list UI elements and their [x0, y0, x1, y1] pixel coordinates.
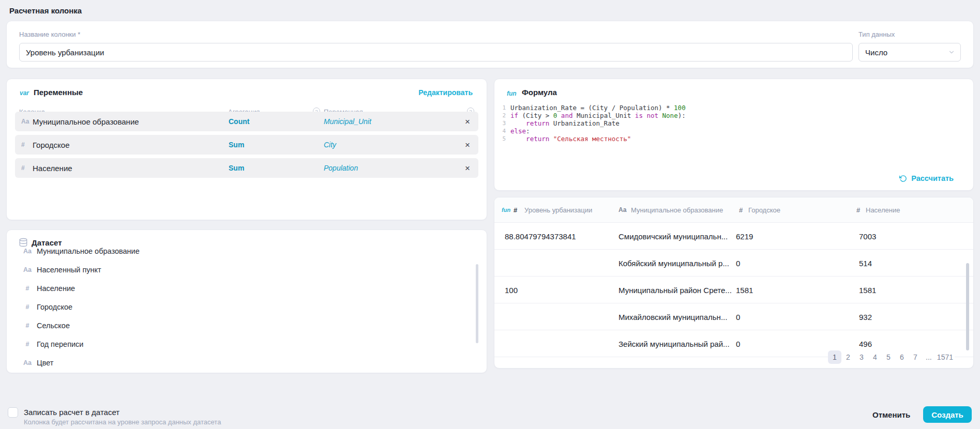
- cell-unit: Муниципальный район Срете...: [619, 285, 732, 294]
- text-type-icon: Aa: [21, 266, 34, 273]
- text-type-icon: Aa: [21, 248, 34, 255]
- text-type-icon: Aa: [21, 359, 34, 366]
- preview-col-unit: Муниципальное образование: [631, 206, 723, 214]
- page-button[interactable]: 4: [868, 350, 882, 364]
- line-number: 5: [494, 135, 506, 142]
- dataset-field[interactable]: Aa Населенный пункт: [7, 261, 487, 279]
- table-row: Михайловский муниципальн... 0 932: [494, 303, 973, 330]
- cell-unit: Зейский муниципальный рай...: [619, 339, 730, 348]
- number-type-icon: #: [21, 322, 34, 329]
- refresh-icon: [899, 175, 907, 182]
- page-button[interactable]: 1571: [936, 350, 955, 364]
- calculate-button[interactable]: Рассчитать: [899, 174, 954, 182]
- variables-title: Переменные: [34, 88, 83, 97]
- cell-population: 932: [859, 312, 872, 321]
- number-type-icon: #: [739, 206, 743, 214]
- aggregation-value[interactable]: Count: [229, 117, 249, 126]
- cell-calc: 100: [505, 285, 518, 294]
- variable-name[interactable]: City: [324, 141, 336, 149]
- remove-variable-icon[interactable]: ×: [465, 164, 470, 173]
- page-button[interactable]: 6: [895, 350, 909, 364]
- line-number: 2: [494, 112, 506, 119]
- cancel-button[interactable]: Отменить: [868, 406, 914, 423]
- line-number: 4: [494, 128, 506, 134]
- dataset-field[interactable]: Aa Муниципальное образование: [7, 246, 487, 261]
- code-line: 5 return "Сельская местность": [494, 135, 963, 143]
- dataset-list: Aa Муниципальное образование Aa Населенн…: [7, 246, 487, 370]
- preview-scrollbar[interactable]: [966, 263, 969, 350]
- column-settings-card: Название колонки * Тип данных Число: [6, 21, 974, 68]
- preview-table-header: fun # Уровень урбанизации Aa Муниципальн…: [494, 197, 973, 223]
- number-type-icon: #: [21, 164, 25, 172]
- preview-col-calc: Уровень урбанизации: [524, 206, 592, 214]
- formula-code-editor[interactable]: 1 Urbanization_Rate = (City / Population…: [494, 104, 963, 143]
- dataset-field-label: Муниципальное образование: [37, 247, 140, 255]
- cell-calc: 88.80479794373841: [505, 232, 576, 240]
- table-row: 88.80479794373841 Смидовичский муниципал…: [494, 223, 973, 250]
- cell-unit: Кобяйский муниципальный р...: [619, 258, 729, 267]
- page-button[interactable]: 5: [882, 350, 895, 364]
- cell-city: 0: [736, 339, 740, 348]
- dataset-field[interactable]: # Городское: [7, 298, 487, 316]
- remove-variable-icon[interactable]: ×: [465, 141, 470, 149]
- cell-population: 496: [859, 339, 872, 348]
- cell-unit: Михайловский муниципальн...: [619, 312, 727, 321]
- formula-title: Формула: [522, 88, 557, 97]
- number-type-icon: #: [21, 141, 25, 148]
- page-title: Расчетная колонка: [9, 6, 82, 15]
- line-number: 1: [494, 104, 506, 111]
- variable-name[interactable]: Municipal_Unit: [324, 117, 371, 126]
- pagination-ellipsis: ...: [922, 350, 936, 364]
- page-button[interactable]: 3: [855, 350, 868, 364]
- create-button[interactable]: Создать: [923, 406, 972, 423]
- dataset-field[interactable]: Aa Цвет: [7, 354, 487, 370]
- variable-row: # Городское Sum City ×: [15, 135, 478, 155]
- cell-city: 1581: [736, 285, 753, 294]
- remove-variable-icon[interactable]: ×: [465, 117, 470, 126]
- code-line: 4 else:: [494, 127, 963, 135]
- number-type-icon: #: [856, 206, 860, 214]
- cell-city: 0: [736, 312, 740, 321]
- write-to-dataset-hint: Колонка будет рассчитана на уровне запро…: [24, 418, 221, 426]
- page-button[interactable]: 1: [828, 350, 841, 364]
- dataset-scrollbar[interactable]: [476, 264, 478, 343]
- data-type-select[interactable]: Число: [858, 43, 961, 62]
- write-to-dataset-checkbox[interactable]: [8, 407, 18, 418]
- code-text: return Urbanization_Rate: [510, 119, 620, 127]
- variables-panel: var Переменные Редактировать Колонка Агр…: [6, 79, 487, 220]
- number-type-icon: #: [514, 206, 517, 214]
- cell-unit: Смидовичский муниципальн...: [619, 232, 728, 240]
- cell-city: 0: [736, 258, 740, 267]
- text-type-icon: Aa: [619, 206, 626, 213]
- column-name-input[interactable]: [19, 43, 853, 62]
- preview-col-population: Население: [866, 206, 900, 214]
- code-text: if (City > 0 and Municipal_Unit is not N…: [510, 112, 686, 119]
- variable-row: # Население Sum Population ×: [15, 158, 478, 178]
- calculate-label: Рассчитать: [911, 174, 954, 182]
- variable-name[interactable]: Population: [324, 164, 358, 172]
- code-text: Urbanization_Rate = (City / Population) …: [510, 104, 686, 112]
- page-button[interactable]: 2: [841, 350, 855, 364]
- cell-population: 1581: [859, 285, 876, 294]
- dataset-field-label: Сельское: [37, 321, 70, 330]
- dataset-field-list: Aa Муниципальное образование Aa Населенн…: [7, 246, 487, 370]
- dataset-field-label: Цвет: [37, 359, 54, 367]
- data-type-label: Тип данных: [858, 30, 895, 38]
- dataset-field[interactable]: # Сельское: [7, 316, 487, 335]
- column-name-label: Название колонки *: [19, 30, 80, 38]
- dataset-field[interactable]: # Население: [7, 279, 487, 298]
- page-button[interactable]: 7: [909, 350, 922, 364]
- code-line: 2 if (City > 0 and Municipal_Unit is not…: [494, 112, 963, 119]
- table-row: 100 Муниципальный район Срете... 1581 15…: [494, 277, 973, 303]
- preview-col-city: Городское: [748, 206, 780, 214]
- dataset-field-label: Год переписи: [37, 340, 83, 348]
- line-number: 3: [494, 120, 506, 127]
- aggregation-value[interactable]: Sum: [229, 164, 244, 172]
- preview-rows: 88.80479794373841 Смидовичский муниципал…: [494, 223, 973, 357]
- dataset-field[interactable]: # Год переписи: [7, 335, 487, 354]
- edit-variables-link[interactable]: Редактировать: [418, 88, 473, 97]
- dataset-field-label: Городское: [37, 303, 72, 311]
- dataset-panel: Датасет Aa Муниципальное образование Aa …: [6, 229, 487, 373]
- aggregation-value[interactable]: Sum: [229, 141, 244, 149]
- text-type-icon: Aa: [21, 118, 29, 125]
